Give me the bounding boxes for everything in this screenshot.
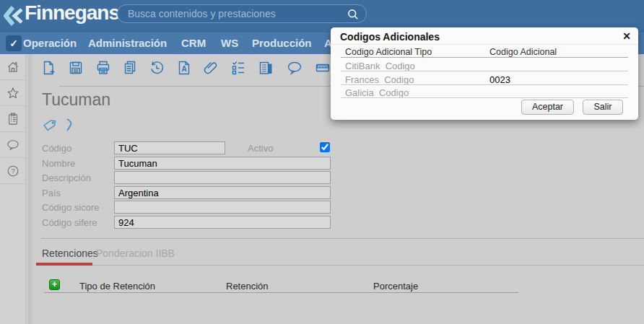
nav-item-crm[interactable]: CRM xyxy=(181,37,206,49)
vertical-scrollbar[interactable] xyxy=(27,54,34,324)
svg-text:?: ? xyxy=(11,167,14,175)
home-icon xyxy=(6,60,20,74)
modal-row-divider xyxy=(341,84,628,85)
modal-column-codigo: Codigo Adicional xyxy=(489,47,557,57)
search-bar xyxy=(117,4,367,23)
activo-label: Activo xyxy=(248,143,273,154)
salir-button[interactable]: Salir xyxy=(583,100,623,115)
dialog-title-divider xyxy=(331,44,638,45)
tabs-divider xyxy=(41,265,644,266)
activo-checkbox[interactable] xyxy=(320,142,330,152)
modal-column-tipo: Codigo Adicional Tipo xyxy=(345,47,432,57)
clipboard-icon xyxy=(6,112,20,126)
nav-item-administracion[interactable]: Administración xyxy=(88,37,167,49)
codigos-adicionales-dialog: Codigos Adicionales ✕ Codigo Adicional T… xyxy=(331,27,638,120)
report-button[interactable] xyxy=(257,59,274,76)
tab-retenciones[interactable]: Retenciones xyxy=(42,248,98,259)
modal-row-galicia-tipo: Galicia_Codigo xyxy=(345,87,409,98)
sidebar-item-favorites[interactable] xyxy=(0,80,25,106)
add-retencion-button[interactable]: + xyxy=(49,279,60,290)
codigo-sifere-input[interactable] xyxy=(114,216,331,229)
field-label-codigo-sifere: Código sifere xyxy=(42,217,110,228)
aceptar-button[interactable]: Aceptar xyxy=(521,100,574,115)
left-sidebar: ? xyxy=(0,54,26,324)
star-icon xyxy=(6,86,20,100)
sidebar-item-tasks[interactable] xyxy=(0,106,25,132)
search-input[interactable] xyxy=(118,5,366,22)
svg-text:A: A xyxy=(181,65,186,73)
sidebar-item-home[interactable] xyxy=(0,54,25,80)
search-icon[interactable] xyxy=(346,7,360,22)
field-label-descripcion: Descripción xyxy=(42,172,110,183)
font-button[interactable]: A xyxy=(175,59,193,76)
logo-text: Finnegans xyxy=(25,1,119,25)
comment-button[interactable] xyxy=(286,59,303,76)
nav-item-produccion[interactable]: Producción xyxy=(252,37,312,49)
modal-row-frances-codigo[interactable]: 0023 xyxy=(489,74,510,85)
finnegans-logo-icon xyxy=(4,5,24,27)
page-title: Tucuman xyxy=(42,90,110,110)
sidebar-item-messages[interactable] xyxy=(0,132,25,158)
tag-icon[interactable] xyxy=(42,118,58,133)
chevron-right-icon[interactable] xyxy=(64,116,77,133)
nav-item-ws[interactable]: WS xyxy=(221,37,238,49)
dialog-title: Codigos Adicionales xyxy=(340,31,440,43)
close-icon[interactable]: ✕ xyxy=(622,30,631,42)
column-header-porcentaje: Porcentaje xyxy=(373,281,418,292)
modal-header-divider xyxy=(341,57,628,58)
plus-icon: + xyxy=(52,279,57,289)
checklist-button[interactable] xyxy=(230,59,247,76)
pais-input[interactable] xyxy=(114,186,331,199)
help-icon: ? xyxy=(6,164,20,178)
active-tab-underline xyxy=(36,263,92,266)
ruler-button[interactable] xyxy=(314,59,331,76)
copy-button[interactable] xyxy=(121,59,139,76)
column-header-retencion: Retención xyxy=(226,281,269,292)
tab-ponderacion-iibb[interactable]: Ponderacion IIBB xyxy=(96,248,175,259)
chat-bubble-icon xyxy=(6,138,20,152)
modal-row-citibank-tipo: CitiBank_Codigo xyxy=(345,61,415,71)
save-button[interactable] xyxy=(67,59,84,76)
sidebar-item-help[interactable]: ? xyxy=(0,158,25,184)
nombre-input[interactable] xyxy=(114,157,331,170)
field-label-codigo-sicore: Código sicore xyxy=(42,202,110,213)
section-divider xyxy=(41,238,644,239)
history-button[interactable] xyxy=(148,59,165,76)
nav-item-operacion[interactable]: Operación xyxy=(23,37,77,49)
print-button[interactable] xyxy=(95,59,112,76)
field-label-nombre: Nombre xyxy=(42,158,110,169)
modal-row-divider xyxy=(341,97,628,98)
modal-row-frances-tipo: Frances_Codigo xyxy=(345,74,414,85)
field-label-pais: País xyxy=(42,188,110,198)
field-label-codigo: Código xyxy=(42,143,110,154)
codigo-sicore-input[interactable] xyxy=(114,201,331,214)
codigo-input[interactable] xyxy=(114,141,225,154)
column-header-tipo-retencion: Tipo de Retención xyxy=(79,281,155,292)
menu-checkbox-icon[interactable]: ✓ xyxy=(6,35,22,51)
attachment-button[interactable] xyxy=(202,59,219,76)
modal-row-divider xyxy=(341,71,628,71)
descripcion-input[interactable] xyxy=(114,171,331,184)
new-document-button[interactable] xyxy=(40,59,58,76)
table-header-divider xyxy=(44,292,518,293)
